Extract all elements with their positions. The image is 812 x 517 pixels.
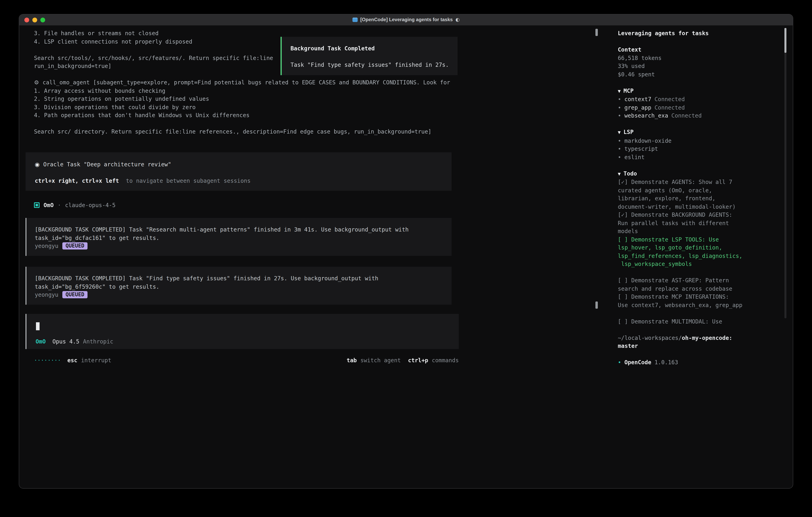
- navigation-hint: ctrl+x right, ctrl+x left to navigate be…: [35, 177, 452, 185]
- tool-call-block: ⚙ call_omo_agent [subagent_type=explore,…: [34, 78, 475, 136]
- minimize-button[interactable]: [32, 18, 37, 22]
- prompt-footer: OmO Opus 4.5 Anthropic: [35, 337, 113, 346]
- agent-checkbox-icon: [34, 202, 39, 208]
- message-footer: yeongyu QUEUED: [35, 291, 452, 299]
- active-model-label: Opus 4.5: [53, 337, 80, 346]
- message-block: [BACKGROUND TASK COMPLETED] Task "Find t…: [26, 267, 452, 305]
- todo-item-done: [✓] Demonstrate AGENTS: Show all 7 curat…: [618, 178, 748, 211]
- conversation-pane: 3. File handles or streams not closed 4.…: [19, 26, 609, 488]
- mcp-server-name: context7: [625, 95, 651, 103]
- context-heading: Context: [618, 46, 748, 54]
- opencode-terminal-window: [OpenCode] Leveraging agents for tasks ◐…: [19, 15, 793, 488]
- mcp-server-name: websearch_exa: [625, 112, 668, 120]
- bullet-icon: •: [618, 153, 621, 161]
- message-footer: yeongyu QUEUED: [35, 242, 452, 250]
- folder-icon: [352, 18, 357, 22]
- context-tokens: 66,518 tokens: [618, 54, 748, 62]
- mcp-server-name: grep_app: [625, 103, 651, 112]
- sidebar: Leveraging agents for tasks Context 66,5…: [609, 26, 793, 488]
- sidebar-scrollbar[interactable]: [784, 28, 786, 318]
- radio-circle-icon: ◉: [35, 160, 39, 168]
- queued-status-badge: QUEUED: [62, 291, 88, 298]
- active-agent-label: OmO: [35, 337, 46, 346]
- bullet-icon: •: [618, 145, 621, 153]
- bullet-icon: •: [618, 112, 621, 120]
- app-version-row: • OpenCode 1.0.163: [618, 358, 748, 366]
- notification-title: Background Task Completed: [291, 45, 458, 53]
- background-task-notification: Background Task Completed Task "Find typ…: [281, 37, 458, 75]
- lsp-server-name: markdown-oxide: [625, 137, 671, 145]
- ctrlp-key-hint: ctrl+p: [408, 356, 428, 364]
- ctrlp-key-label: commands: [432, 356, 459, 364]
- workspace-path-prefix: ~/local-workspaces/: [618, 334, 682, 341]
- app-name: OpenCode: [625, 358, 651, 366]
- window-title: [OpenCode] Leveraging agents for tasks ◐: [352, 16, 460, 24]
- tool-call-header-row: ⚙ call_omo_agent [subagent_type=explore,…: [34, 78, 475, 87]
- mcp-item: • grep_app Connected: [618, 103, 748, 112]
- message-text: [BACKGROUND TASK COMPLETED] Task "Resear…: [35, 225, 452, 242]
- model-provider-label: Anthropic: [83, 337, 113, 346]
- agent-model: claude-opus-4-5: [65, 201, 115, 209]
- todo-item-pending: [ ] Demonstrate AST-GREP: Pattern search…: [618, 276, 748, 293]
- shortcut-description: to navigate between subagent sessions: [126, 178, 251, 184]
- context-spent: $0.46 spent: [618, 70, 748, 78]
- window-title-text: [OpenCode] Leveraging agents for tasks: [360, 16, 453, 24]
- mcp-server-status: Connected: [671, 112, 702, 120]
- lsp-section-heading[interactable]: ▼LSP: [618, 128, 748, 137]
- message-author: yeongyu: [35, 242, 58, 250]
- esc-key-hint: esc: [67, 356, 78, 364]
- shortcut-keys: ctrl+x right, ctrl+x left: [35, 178, 119, 184]
- desktop: [OpenCode] Leveraging agents for tasks ◐…: [0, 0, 812, 517]
- text-cursor: [36, 322, 39, 330]
- bullet-icon: •: [618, 103, 621, 112]
- oracle-task-panel: ◉ Oracle Task "Deep architecture review"…: [26, 152, 452, 191]
- bullet-icon: •: [618, 137, 621, 145]
- tool-call-closing: Search src/ directory. Return specific f…: [34, 128, 475, 136]
- lsp-server-name: eslint: [625, 153, 644, 161]
- status-bar-right: tab switch agent ctrl+p commands: [347, 356, 459, 364]
- workspace-branch: master: [618, 343, 638, 349]
- close-button[interactable]: [24, 18, 29, 22]
- half-moon-icon: ◐: [456, 16, 460, 24]
- lsp-heading-label: LSP: [624, 129, 634, 135]
- gear-icon: ⚙: [34, 78, 39, 87]
- todo-section-heading[interactable]: ▼Todo: [618, 169, 748, 178]
- collapse-triangle-icon: ▼: [618, 130, 620, 135]
- lsp-item: • markdown-oxide: [618, 137, 748, 145]
- mcp-heading-label: MCP: [624, 87, 634, 94]
- sidebar-content: Leveraging agents for tasks Context 66,5…: [618, 29, 748, 366]
- esc-key-label: interrupt: [81, 356, 111, 364]
- oracle-task-title-row: ◉ Oracle Task "Deep architecture review": [35, 160, 452, 168]
- todo-item-pending: [ ] Demonstrate MCP INTEGRATIONS: Use co…: [618, 293, 748, 309]
- window-content: 3. File handles or streams not closed 4.…: [19, 26, 793, 488]
- tool-call-header-text: call_omo_agent [subagent_type=explore, p…: [42, 78, 450, 87]
- tab-key-label: switch agent: [360, 356, 401, 364]
- sidebar-scrollbar-thumb[interactable]: [784, 28, 786, 53]
- prompt-input[interactable]: OmO Opus 4.5 Anthropic: [26, 314, 459, 349]
- context-used: 33% used: [618, 62, 748, 70]
- conversation-scrollbar-thumb-bottom[interactable]: [596, 301, 598, 309]
- collapse-triangle-icon: ▼: [618, 171, 620, 176]
- lsp-item: • eslint: [618, 153, 748, 161]
- queued-status-badge: QUEUED: [62, 243, 88, 250]
- zoom-button[interactable]: [40, 18, 45, 22]
- mcp-server-status: Connected: [655, 95, 685, 103]
- todo-item-active: [ ] Demonstrate LSP TOOLS: Use lsp_hover…: [618, 235, 748, 268]
- agent-header: OmO · claude-opus-4-5: [34, 201, 115, 209]
- workspace-repo: oh-my-opencode:: [682, 334, 732, 341]
- message-author: yeongyu: [35, 291, 58, 299]
- mcp-item: • websearch_exa Connected: [618, 112, 748, 120]
- mcp-section-heading[interactable]: ▼MCP: [618, 87, 748, 95]
- traffic-lights: [24, 15, 45, 25]
- lsp-item: • typescript: [618, 145, 748, 153]
- session-title: Leveraging agents for tasks: [618, 29, 748, 37]
- status-bar: ········ esc interrupt tab switch agent …: [34, 356, 459, 364]
- workspace-path: ~/local-workspaces/oh-my-opencode: maste…: [618, 334, 748, 350]
- app-version: 1.0.163: [655, 358, 678, 366]
- todo-item-pending: [ ] Demonstrate MULTIMODAL: Use: [618, 317, 748, 325]
- bullet-icon: •: [618, 95, 621, 103]
- conversation-scrollbar-thumb-top[interactable]: [596, 29, 598, 36]
- lsp-server-name: typescript: [625, 145, 658, 153]
- message-block: [BACKGROUND TASK COMPLETED] Task "Resear…: [26, 218, 452, 256]
- oracle-task-title: Oracle Task "Deep architecture review": [43, 160, 171, 168]
